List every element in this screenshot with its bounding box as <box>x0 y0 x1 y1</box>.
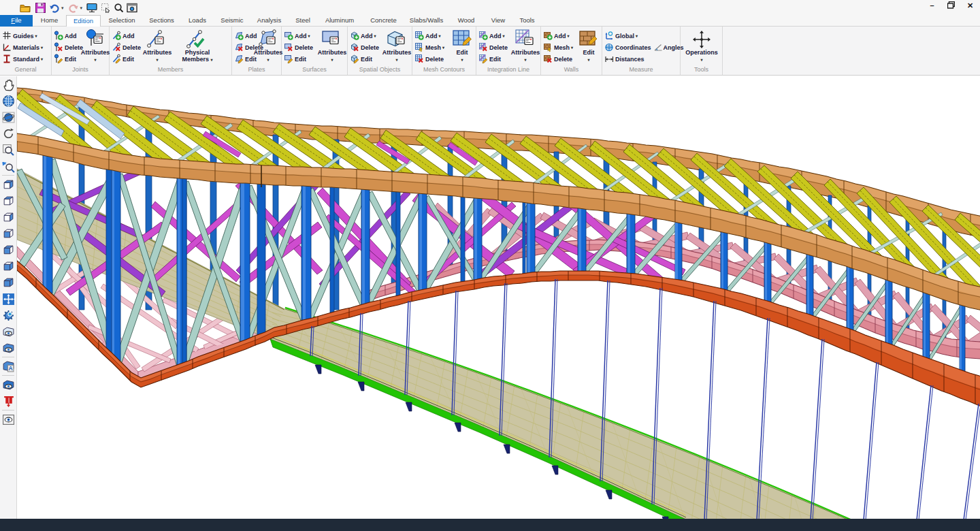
svg-text:A: A <box>8 365 12 372</box>
